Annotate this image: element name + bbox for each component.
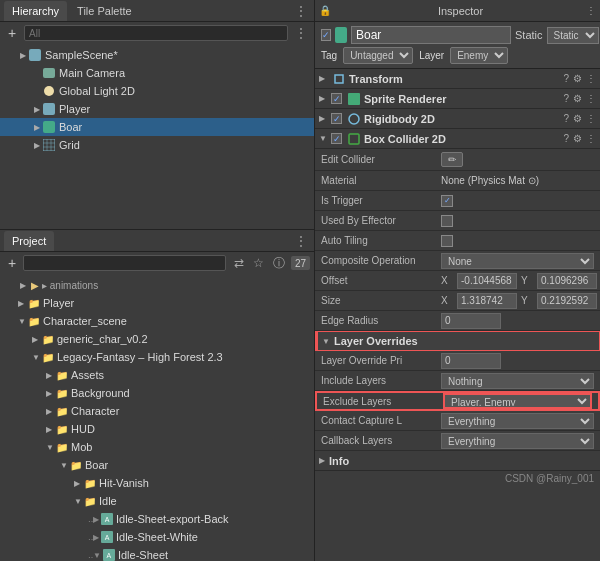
proj-idle-white[interactable]: ‥▶ A Idle-Sheet-White [0,528,314,546]
proj-legacy-fantasy[interactable]: ▼ 📁 Legacy-Fantasy – High Forest 2.3 [0,348,314,366]
transform-help-icon[interactable]: ? [563,73,569,84]
composite-op-label: Composite Operation [321,255,441,266]
transform-component-row[interactable]: ▶ Transform ? ⚙ ⋮ [315,69,600,89]
folder-icon-anim: ▶ [31,280,39,291]
proj-animations[interactable]: ▶ ▶ ▸ animations [0,276,314,294]
project-add-button[interactable]: + [4,255,20,271]
tree-item-sample-scene[interactable]: ▶ SampleScene* [0,46,314,64]
proj-idle-sheet[interactable]: ‥▼ A Idle-Sheet [0,546,314,561]
proj-idle[interactable]: ▼ 📁 Idle [0,492,314,510]
transform-dots-icon[interactable]: ⋮ [586,73,596,84]
proj-mob[interactable]: ▼ 📁 Mob [0,438,314,456]
composite-op-dropdown[interactable]: None [441,253,594,269]
lock-icon[interactable]: ⋮ [292,3,310,19]
material-value: None (Physics Mat ⊙) [441,175,594,186]
tag-dropdown[interactable]: Untagged [343,47,413,64]
proj-boar-folder[interactable]: ▼ 📁 Boar [0,456,314,474]
layer-override-priority-input[interactable] [441,353,501,369]
layer-dropdown[interactable]: Enemy [450,47,508,64]
tree-item-global-light[interactable]: Global Light 2D [0,82,314,100]
tab-tile-palette[interactable]: Tile Palette [69,1,140,21]
project-lock-icon[interactable]: ⋮ [292,233,310,249]
layer-overrides-header[interactable]: ▼ Layer Overrides [315,331,600,351]
is-trigger-checkbox[interactable] [441,195,453,207]
star-icon[interactable]: ☆ [250,255,267,271]
tree-item-main-camera[interactable]: Main Camera [0,64,314,82]
tree-item-grid[interactable]: ▶ Grid [0,136,314,154]
callback-layers-dropdown[interactable]: Everything [441,433,594,449]
sprite-active-cb[interactable] [331,93,342,104]
static-dropdown[interactable]: Static [547,27,599,44]
include-layers-dropdown[interactable]: Nothing [441,373,594,389]
info-section-header[interactable]: ▶ Info [315,451,600,471]
size-y-input[interactable] [537,293,597,309]
proj-char-scene-label: Character_scene [43,315,127,327]
sprite-settings-icon[interactable]: ⚙ [573,93,582,104]
rb-dots-icon[interactable]: ⋮ [586,113,596,124]
inspector-lock-icon[interactable]: 🔒 [319,5,331,16]
rigidbody-component-row[interactable]: ▶ Rigidbody 2D ? ⚙ ⋮ [315,109,600,129]
tab-hierarchy[interactable]: Hierarchy [4,1,67,21]
inspector-menu-icon[interactable]: ⋮ [586,5,596,16]
collider-active-cb[interactable] [331,133,342,144]
material-label: Material [321,175,441,186]
sprite-help-icon[interactable]: ? [563,93,569,104]
offset-x-input[interactable] [457,273,517,289]
proj-player-label: Player [43,297,74,309]
tree-arrow-player: ▶ [32,104,42,114]
tab-project[interactable]: Project [4,231,54,251]
rb-help-icon[interactable]: ? [563,113,569,124]
collider-settings-icon[interactable]: ⚙ [573,133,582,144]
is-trigger-label: Is Trigger [321,195,441,206]
rb-active-cb[interactable] [331,113,342,124]
proj-generic-char[interactable]: ▶ 📁 generic_char_v0.2 [0,330,314,348]
proj-background[interactable]: ▶ 📁 Background [0,384,314,402]
material-row: Material None (Physics Mat ⊙) [315,171,600,191]
edge-radius-input[interactable] [441,313,501,329]
project-search-input[interactable] [23,255,226,271]
proj-hit-label: Hit-Vanish [99,477,149,489]
collider-help-icon[interactable]: ? [563,133,569,144]
svg-rect-4 [43,121,55,133]
exclude-layers-dropdown[interactable]: Player, Enemy [443,393,592,409]
proj-hit-vanish[interactable]: ▶ 📁 Hit-Vanish [0,474,314,492]
collider-name: Box Collider 2D [364,133,563,145]
obj-active-checkbox[interactable] [321,29,331,41]
folder-nav-icon[interactable]: ⇄ [231,255,247,271]
svg-rect-11 [335,75,343,83]
rb-settings-icon[interactable]: ⚙ [573,113,582,124]
rb-arrow: ▶ [319,114,329,123]
transform-settings-icon[interactable]: ⚙ [573,73,582,84]
include-layers-label: Include Layers [321,375,441,386]
proj-character-scene[interactable]: ▼ 📁 Character_scene [0,312,314,330]
callback-layers-label: Callback Layers [321,435,441,446]
auto-tiling-checkbox[interactable] [441,235,453,247]
edit-collider-button[interactable]: ✏ [441,152,463,167]
collider-dots-icon[interactable]: ⋮ [586,133,596,144]
proj-hud[interactable]: ▶ 📁 HUD [0,420,314,438]
size-x-input[interactable] [457,293,517,309]
hierarchy-menu-icon[interactable]: ⋮ [292,25,310,41]
sprite-icon [347,92,361,106]
offset-y-input[interactable] [537,273,597,289]
info-icon[interactable]: ⓘ [270,254,288,273]
proj-player[interactable]: ▶ 📁 Player [0,294,314,312]
size-x-label: X [441,295,453,306]
obj-name-input[interactable] [351,26,511,44]
rb-icon [347,112,361,126]
collider-comp-icons: ? ⚙ ⋮ [563,133,596,144]
proj-hud-label: HUD [71,423,95,435]
collider-component-row[interactable]: ▼ Box Collider 2D ? ⚙ ⋮ [315,129,600,149]
hierarchy-search-input[interactable] [24,25,288,41]
proj-assets[interactable]: ▶ 📁 Assets [0,366,314,384]
proj-idle-back[interactable]: ‥▶ A Idle-Sheet-export-Back [0,510,314,528]
tree-item-boar[interactable]: ▶ Boar [0,118,314,136]
hierarchy-add-button[interactable]: + [4,25,20,41]
sprite-dots-icon[interactable]: ⋮ [586,93,596,104]
tree-item-player[interactable]: ▶ Player [0,100,314,118]
proj-bg-label: Background [71,387,130,399]
proj-character[interactable]: ▶ 📁 Character [0,402,314,420]
used-by-effector-checkbox[interactable] [441,215,453,227]
sprite-renderer-component-row[interactable]: ▶ Sprite Renderer ? ⚙ ⋮ [315,89,600,109]
contact-capture-dropdown[interactable]: Everything [441,413,594,429]
